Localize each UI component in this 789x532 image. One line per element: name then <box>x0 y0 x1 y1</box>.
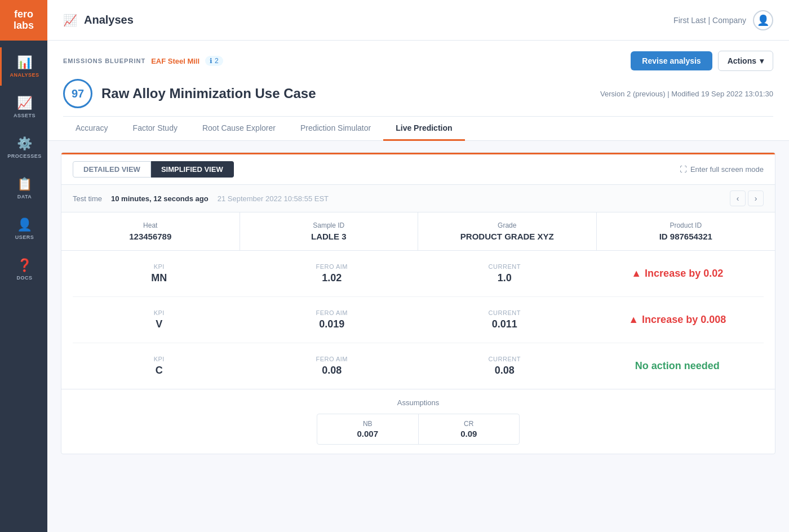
inner-content: DETAILED VIEW SIMPLIFIED VIEW ⛶ Enter fu… <box>47 141 789 532</box>
main-content: 📈 Analyses First Last | Company 👤 EMISSI… <box>47 0 789 532</box>
view-toolbar: DETAILED VIEW SIMPLIFIED VIEW ⛶ Enter fu… <box>61 154 775 185</box>
prev-arrow[interactable]: ‹ <box>730 190 746 206</box>
assumption-cr-name: CR <box>430 420 508 428</box>
sidebar-item-data[interactable]: 📋 DATA <box>0 169 47 207</box>
assumptions-label: Assumptions <box>73 398 764 407</box>
tabs: Accuracy Factor Study Root Cause Explore… <box>63 116 773 140</box>
sidebar-label-docs: DOCS <box>16 275 32 281</box>
info-icon: ℹ <box>210 57 212 65</box>
kpi-label-mn: KPI MN <box>73 263 246 284</box>
score-circle: 97 <box>63 79 92 108</box>
kpi-action-c: No action needed <box>591 360 764 372</box>
sidebar-item-users[interactable]: 👤 USERS <box>0 210 47 248</box>
page-header: EMISSIONS BLUEPRINT EAF Steel Mill ℹ 2 R… <box>47 41 789 141</box>
simplified-view-button[interactable]: SIMPLIFIED VIEW <box>151 161 234 178</box>
tab-root-cause[interactable]: Root Cause Explorer <box>190 117 288 141</box>
kpi-row-mn: KPI MN Fero Aim 1.02 Current 1.0 <box>73 251 764 297</box>
assumption-cr: CR 0.09 <box>419 414 520 444</box>
assets-icon: 📈 <box>17 96 32 110</box>
grade-cell: Grade PRODUCT GRADE XYZ <box>418 212 597 250</box>
topbar: 📈 Analyses First Last | Company 👤 <box>47 0 789 41</box>
logo: ferolabs <box>0 0 47 41</box>
sidebar-item-processes[interactable]: ⚙️ PROCESSES <box>0 128 47 167</box>
fullscreen-icon: ⛶ <box>680 165 687 174</box>
action-text-mn: Increase by 0.02 <box>645 268 723 280</box>
kpi-row-c: KPI C Fero Aim 0.08 Current 0.08 <box>73 343 764 389</box>
sidebar-item-analyses[interactable]: 📊 ANALYSES <box>0 47 47 86</box>
sidebar: ferolabs 📊 ANALYSES 📈 ASSETS ⚙️ PROCESSE… <box>0 0 47 532</box>
data-header: Heat 123456789 Sample ID LADLE 3 Grade P… <box>61 212 775 251</box>
eaf-badge: EAF Steel Mill <box>151 57 200 65</box>
test-time-value: 10 minutes, 12 seconds ago <box>111 194 209 203</box>
heat-value: 123456789 <box>73 232 228 241</box>
actions-button[interactable]: Actions ▾ <box>718 51 773 71</box>
info-count: 2 <box>215 57 219 65</box>
kpi-current-c: Current 0.08 <box>418 356 591 376</box>
action-text-v: Increase by 0.008 <box>642 314 726 326</box>
sidebar-item-docs[interactable]: ❓ DOCS <box>0 250 47 289</box>
sidebar-nav: 📊 ANALYSES 📈 ASSETS ⚙️ PROCESSES 📋 DATA … <box>0 41 47 289</box>
assumptions-grid: NB 0.007 CR 0.09 <box>317 414 520 445</box>
page-header-top: EMISSIONS BLUEPRINT EAF Steel Mill ℹ 2 R… <box>63 51 773 71</box>
grade-label: Grade <box>429 221 585 229</box>
avatar: 👤 <box>753 10 773 30</box>
title-left: 97 Raw Alloy Minimization Use Case <box>63 79 316 108</box>
kpi-label-v: KPI V <box>73 309 246 330</box>
product-id-label: Product ID <box>608 221 764 229</box>
topbar-icon: 📈 <box>63 14 77 27</box>
sidebar-label-users: USERS <box>15 234 34 240</box>
kpi-aim-mn: Fero Aim 1.02 <box>246 263 419 284</box>
processes-icon: ⚙️ <box>17 136 32 151</box>
detailed-view-button[interactable]: DETAILED VIEW <box>73 161 151 178</box>
fullscreen-label: Enter full screen mode <box>690 165 764 174</box>
sidebar-label-processes: PROCESSES <box>7 153 42 159</box>
view-tabs: DETAILED VIEW SIMPLIFIED VIEW <box>73 161 234 178</box>
test-time-label: Test time <box>73 194 102 203</box>
sample-id-label: Sample ID <box>251 221 407 229</box>
sidebar-label-data: DATA <box>17 194 32 200</box>
page-title: Raw Alloy Minimization Use Case <box>101 86 316 101</box>
fullscreen-button[interactable]: ⛶ Enter full screen mode <box>680 165 764 174</box>
product-id-cell: Product ID ID 987654321 <box>597 212 775 250</box>
product-id-value: ID 987654321 <box>608 232 764 241</box>
grade-value: PRODUCT GRADE XYZ <box>429 232 585 241</box>
kpi-action-mn: ▲ Increase by 0.02 <box>591 268 764 280</box>
tab-accuracy[interactable]: Accuracy <box>63 117 121 141</box>
time-nav: ‹ › <box>730 190 764 206</box>
blueprint-label: EMISSIONS BLUEPRINT <box>63 57 145 64</box>
heat-cell: Heat 123456789 <box>61 212 240 250</box>
assumption-cr-value: 0.09 <box>430 429 508 438</box>
analyses-icon: 📊 <box>17 55 32 70</box>
view-panel: DETAILED VIEW SIMPLIFIED VIEW ⛶ Enter fu… <box>61 152 775 454</box>
assumption-nb: NB 0.007 <box>317 414 419 444</box>
data-icon: 📋 <box>17 177 32 192</box>
version-info: Version 2 (previous) | Modified 19 Sep 2… <box>600 90 773 98</box>
topbar-user: First Last | Company <box>673 16 746 25</box>
tab-live-prediction[interactable]: Live Prediction <box>383 117 464 141</box>
assumptions-section: Assumptions NB 0.007 CR 0.09 <box>61 389 775 454</box>
kpi-aim-v: Fero Aim 0.019 <box>246 309 419 330</box>
tab-prediction-simulator[interactable]: Prediction Simulator <box>288 117 383 141</box>
tab-factor-study[interactable]: Factor Study <box>121 117 190 141</box>
sample-id-cell: Sample ID LADLE 3 <box>240 212 419 250</box>
arrow-up-icon: ▲ <box>631 268 641 280</box>
assumption-nb-value: 0.007 <box>329 429 407 438</box>
breadcrumb: EMISSIONS BLUEPRINT EAF Steel Mill ℹ 2 <box>63 56 223 66</box>
docs-icon: ❓ <box>17 258 32 273</box>
page-content: EMISSIONS BLUEPRINT EAF Steel Mill ℹ 2 R… <box>47 41 789 532</box>
kpi-action-v: ▲ Increase by 0.008 <box>591 314 764 326</box>
sample-id-value: LADLE 3 <box>251 232 407 241</box>
topbar-title: Analyses <box>84 14 667 26</box>
header-actions: Revise analysis Actions ▾ <box>631 51 773 71</box>
sidebar-label-analyses: ANALYSES <box>10 72 39 78</box>
info-badge: ℹ 2 <box>205 56 223 66</box>
next-arrow[interactable]: › <box>748 190 764 206</box>
revise-analysis-button[interactable]: Revise analysis <box>631 51 712 70</box>
heat-label: Heat <box>73 221 228 229</box>
assumption-nb-name: NB <box>329 420 407 428</box>
kpi-aim-c: Fero Aim 0.08 <box>246 356 419 376</box>
sidebar-item-assets[interactable]: 📈 ASSETS <box>0 88 47 126</box>
arrow-up-icon-v: ▲ <box>628 314 639 326</box>
chevron-down-icon: ▾ <box>760 56 764 65</box>
time-info: Test time 10 minutes, 12 seconds ago 21 … <box>73 194 329 203</box>
